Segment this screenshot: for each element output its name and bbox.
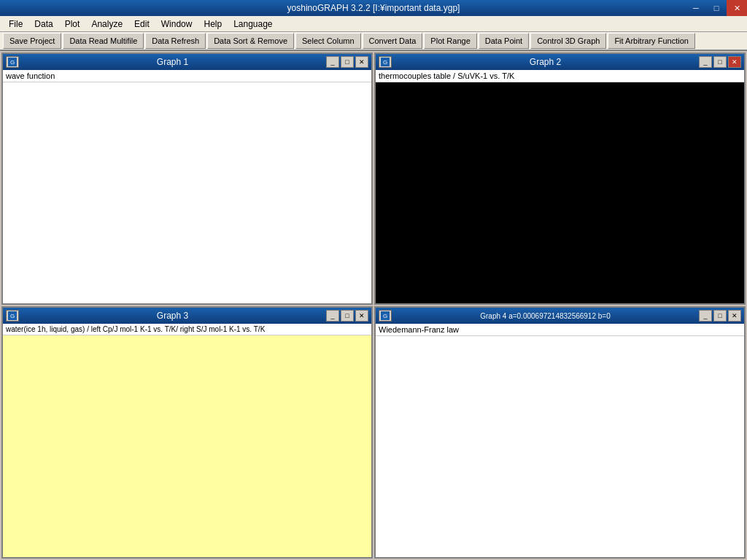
titlebar: yoshinoGRAPH 3.2.2 [I:¥important data.yg… <box>0 0 747 16</box>
data-refresh-button[interactable]: Data Refresh <box>145 33 206 49</box>
menu-window[interactable]: Window <box>155 18 198 31</box>
graph4-close[interactable]: ✕ <box>728 310 741 322</box>
svg-text:G: G <box>10 59 15 66</box>
graph4-maximize[interactable]: □ <box>713 310 727 322</box>
graph2-icon[interactable]: G <box>379 56 392 68</box>
graph4-controls[interactable]: _ □ ✕ <box>699 310 741 322</box>
graph4-panel: G Graph 4 a=0.000697214832566912 b=0 _ □… <box>374 306 746 559</box>
graph3-panel: G Graph 3 _ □ ✕ water(ice 1h, liquid, ga… <box>1 306 373 559</box>
data-sort-remove-button[interactable]: Data Sort & Remove <box>207 33 294 49</box>
graph1-close[interactable]: ✕ <box>355 56 368 68</box>
svg-text:G: G <box>383 59 387 66</box>
svg-text:G: G <box>10 313 15 319</box>
graph1-title: Graph 1 <box>19 57 326 67</box>
graph3-maximize[interactable]: □ <box>341 310 354 322</box>
menu-help[interactable]: Help <box>198 18 228 31</box>
save-project-button[interactable]: Save Project <box>3 33 61 49</box>
main-content: G Graph 1 _ □ ✕ wave function G Graph 2 … <box>0 51 747 560</box>
menu-data[interactable]: Data <box>28 18 58 31</box>
graph1-maximize[interactable]: □ <box>341 56 354 68</box>
graph3-title: Graph 3 <box>19 311 326 321</box>
graph3-minimize[interactable]: _ <box>326 310 339 322</box>
graph2-controls[interactable]: _ □ ✕ <box>699 56 741 68</box>
graph1-titlebar: G Graph 1 _ □ ✕ <box>3 54 371 70</box>
graph1-subtitle: wave function <box>3 70 371 82</box>
plot-range-button[interactable]: Plot Range <box>424 33 476 49</box>
menu-analyze[interactable]: Analyze <box>85 18 128 31</box>
select-column-button[interactable]: Select Column <box>295 33 361 49</box>
graph2-canvas-area[interactable] <box>376 82 744 303</box>
graph3-controls[interactable]: _ □ ✕ <box>326 310 368 322</box>
graph4-canvas <box>376 336 744 557</box>
graph2-close[interactable]: ✕ <box>728 56 741 68</box>
graph2-subtitle: thermocouples table / S/uVK-1 vs. T/K <box>376 70 744 82</box>
graph3-titlebar: G Graph 3 _ □ ✕ <box>3 308 371 324</box>
graph2-canvas <box>376 82 744 303</box>
graph2-title: Graph 2 <box>392 57 699 67</box>
graph2-maximize[interactable]: □ <box>713 56 727 68</box>
minimize-button[interactable]: ─ <box>686 0 706 16</box>
convert-data-button[interactable]: Convert Data <box>363 33 423 49</box>
svg-text:G: G <box>383 313 387 319</box>
graph4-canvas-area[interactable] <box>376 336 744 557</box>
graph2-minimize[interactable]: _ <box>699 56 712 68</box>
graph3-close[interactable]: ✕ <box>355 310 368 322</box>
graph3-canvas <box>3 335 371 557</box>
menu-plot[interactable]: Plot <box>59 18 86 31</box>
graph4-minimize[interactable]: _ <box>699 310 712 322</box>
graph1-canvas-area[interactable] <box>3 82 371 303</box>
graph1-minimize[interactable]: _ <box>326 56 339 68</box>
data-read-multifile-button[interactable]: Data Read Multifile <box>63 33 144 49</box>
menu-edit[interactable]: Edit <box>128 18 155 31</box>
graph2-titlebar: G Graph 2 _ □ ✕ <box>376 54 744 70</box>
graph4-subtitle: Wiedemann-Franz law <box>376 324 744 336</box>
graph2-panel: G Graph 2 _ □ ✕ thermocouples table / S/… <box>374 52 746 305</box>
menubar: File Data Plot Analyze Edit Window Help … <box>0 16 747 32</box>
close-button[interactable]: ✕ <box>727 0 747 16</box>
graph4-titlebar: G Graph 4 a=0.000697214832566912 b=0 _ □… <box>376 308 744 324</box>
graph3-subtitle: water(ice 1h, liquid, gas) / left Cp/J m… <box>3 324 371 335</box>
toolbar: Save Project Data Read Multifile Data Re… <box>0 32 747 51</box>
graph1-icon[interactable]: G <box>6 56 19 68</box>
window-controls[interactable]: ─ □ ✕ <box>686 0 747 16</box>
graph1-panel: G Graph 1 _ □ ✕ wave function <box>1 52 373 305</box>
fit-arbitrary-function-button[interactable]: Fit Arbitrary Function <box>608 33 694 49</box>
menu-file[interactable]: File <box>3 18 28 31</box>
control-3d-graph-button[interactable]: Control 3D Graph <box>530 33 606 49</box>
maximize-button[interactable]: □ <box>706 0 727 16</box>
graph1-controls[interactable]: _ □ ✕ <box>326 56 368 68</box>
graph4-title: Graph 4 a=0.000697214832566912 b=0 <box>392 312 699 320</box>
data-point-button[interactable]: Data Point <box>479 33 529 49</box>
graph3-icon[interactable]: G <box>6 310 19 322</box>
graph4-icon[interactable]: G <box>379 310 392 322</box>
graph3-canvas-area[interactable] <box>3 335 371 557</box>
menu-language[interactable]: Language <box>228 18 278 31</box>
window-title: yoshinoGRAPH 3.2.2 [I:¥important data.yg… <box>287 3 460 13</box>
graph1-canvas <box>3 82 371 303</box>
